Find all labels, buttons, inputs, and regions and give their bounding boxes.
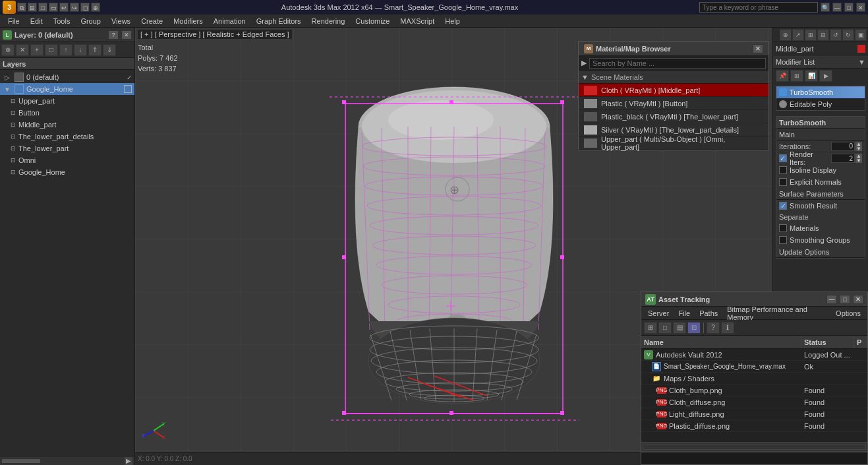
search-input[interactable] <box>699 2 818 13</box>
mat-cloth[interactable]: Cloth ( VRayMtl ) [Middle_part] <box>579 84 768 97</box>
main-subsection[interactable]: Main <box>776 129 865 140</box>
scroll-thumb[interactable] <box>1 458 41 464</box>
mod-graph-icon[interactable]: 📊 <box>805 70 818 82</box>
mod-pin-icon[interactable]: 📌 <box>776 70 789 82</box>
close-btn[interactable]: ✕ <box>856 3 865 12</box>
layer-button[interactable]: ⊡ Button <box>0 107 134 119</box>
menu-modifiers[interactable]: Modifiers <box>168 16 208 26</box>
layer-visibility[interactable] <box>14 73 24 82</box>
at-row-file[interactable]: 📄 Smart_Speaker_Google_Home_vray.max Ok <box>641 361 867 373</box>
menu-maxscript[interactable]: MAXScript <box>395 16 440 26</box>
menu-edit[interactable]: Edit <box>25 16 48 26</box>
menu-tools[interactable]: Tools <box>48 16 76 26</box>
at-tool-4[interactable]: ⊡ <box>687 322 701 334</box>
tb-btn4[interactable]: ▭ <box>49 3 58 12</box>
at-menu-server[interactable]: Server <box>644 309 673 318</box>
at-row-maps[interactable]: 📁 Maps / Shaders <box>641 373 867 385</box>
at-close-btn[interactable]: ✕ <box>853 295 863 304</box>
at-tool-3[interactable]: ▤ <box>673 322 686 334</box>
layer-lower-part[interactable]: ⊡ The_lower_part <box>0 142 134 154</box>
at-scrollbar-horizontal[interactable] <box>641 442 867 451</box>
layer-upper-part[interactable]: ⊡ Upper_part <box>0 95 134 107</box>
at-row-cloth-bump[interactable]: PNG Cloth_bump.png Found <box>641 385 867 396</box>
at-tool-1[interactable]: ⊞ <box>644 322 657 334</box>
tb-btn8[interactable]: ⊕ <box>91 3 100 12</box>
mod-stack-icon[interactable]: ⊞ <box>790 70 803 82</box>
layer-middle-part[interactable]: ⊡ Middle_part <box>0 119 134 131</box>
at-tool-2[interactable]: □ <box>658 322 672 334</box>
at-max-btn[interactable]: □ <box>840 295 850 304</box>
layer-close-btn[interactable]: ✕ <box>121 30 132 40</box>
layers-scrollbar[interactable]: ▶ <box>0 456 134 465</box>
menu-rendering[interactable]: Rendering <box>306 16 351 26</box>
model-color-swatch[interactable] <box>857 45 865 53</box>
scroll-right[interactable]: ▶ <box>124 456 133 466</box>
render-iters-input[interactable] <box>831 154 855 163</box>
layer-tool-5[interactable]: ↑ <box>59 44 72 56</box>
smoothing-cb[interactable] <box>779 236 787 244</box>
at-menu-options[interactable]: Options <box>832 309 865 318</box>
layer-google-home-obj[interactable]: ⊡ Google_Home <box>0 166 134 178</box>
layer-tool-4[interactable]: □ <box>45 44 58 56</box>
render-iters-spin-btns[interactable]: ▲ ▼ <box>855 154 862 163</box>
smooth-cb[interactable]: ✓ <box>779 202 787 210</box>
materials-cb[interactable] <box>779 224 787 232</box>
tb-btn3[interactable]: □ <box>38 3 47 12</box>
tr-icon-4[interactable]: ⊟ <box>817 29 829 41</box>
update-subsection[interactable]: Update Options <box>776 246 865 258</box>
explicit-cb[interactable] <box>779 178 787 186</box>
tr-icon-6[interactable]: ↻ <box>842 29 854 41</box>
at-row-cloth-diffuse[interactable]: PNG Cloth_diffuse.png Found <box>641 396 867 408</box>
layer-lower-part-details[interactable]: ⊡ The_lower_part_details <box>0 131 134 142</box>
google-home-visibility[interactable] <box>14 84 24 94</box>
tr-icon-3[interactable]: ⊞ <box>805 29 817 41</box>
layer-tool-1[interactable]: ⊕ <box>1 44 14 56</box>
menu-file[interactable]: File <box>3 16 25 26</box>
at-row-light-diffuse[interactable]: PNG Light_diffuse.png Found <box>641 408 867 420</box>
menu-animation[interactable]: Animation <box>208 16 251 26</box>
tb-btn2[interactable]: ⊟ <box>28 3 37 12</box>
at-row-vault[interactable]: V Autodesk Vault 2012 Logged Out ... <box>641 349 867 361</box>
tb-btn5[interactable]: ↩ <box>59 3 69 12</box>
menu-customize[interactable]: Customize <box>350 16 395 26</box>
menu-graph-editors[interactable]: Graph Editors <box>251 16 306 26</box>
layer-item-google-home[interactable]: ▼ Google_Home <box>0 83 134 95</box>
at-menu-file[interactable]: File <box>674 309 694 318</box>
scene-materials-header[interactable]: ▼ Scene Materials <box>579 71 768 84</box>
at-menu-bitmap[interactable]: Bitmap Performance and Memory <box>723 305 830 322</box>
at-menu-paths[interactable]: Paths <box>695 309 722 318</box>
mat-plastic[interactable]: Plastic ( VRayMtl ) [Button] <box>579 97 768 110</box>
tr-icon-2[interactable]: ↗ <box>792 29 804 41</box>
surface-subsection[interactable]: Surface Parameters <box>776 188 865 200</box>
layer-tool-3[interactable]: + <box>30 44 43 56</box>
min-btn[interactable]: — <box>832 3 842 12</box>
modifier-turbosmooth[interactable]: TurboSmooth <box>776 86 865 98</box>
at-row-plastic-diffuse[interactable]: PNG Plastic_diffuse.png Found <box>641 420 867 432</box>
modifier-list-arrow[interactable]: ▼ <box>858 58 865 66</box>
at-min-btn[interactable]: — <box>826 295 837 304</box>
mat-browser-close[interactable]: ✕ <box>753 44 763 53</box>
iterations-input[interactable] <box>831 142 855 151</box>
menu-help[interactable]: Help <box>440 16 465 26</box>
mat-plastic-black[interactable]: Plastic_black ( VRayMtl ) [The_lower_par… <box>579 110 768 123</box>
tb-btn7[interactable]: ◻ <box>80 3 90 12</box>
mat-search-input[interactable] <box>589 58 766 69</box>
layer-help-btn[interactable]: ? <box>108 30 119 40</box>
at-tool-info[interactable]: ℹ <box>721 322 734 334</box>
isoline-cb[interactable] <box>779 166 787 174</box>
at-path-input[interactable] <box>641 452 867 464</box>
at-tool-help[interactable]: ? <box>707 322 720 334</box>
layer-tool-7[interactable]: ⇑ <box>88 44 101 56</box>
mat-upper-part[interactable]: Upper_part ( Multi/Sub-Object ) [Omni, U… <box>579 137 768 150</box>
tr-icon-7[interactable]: ▣ <box>855 29 867 41</box>
search-btn[interactable]: 🔍 <box>821 3 830 12</box>
tb-btn6[interactable]: ↪ <box>70 3 79 12</box>
iterations-down[interactable]: ▼ <box>855 146 862 151</box>
mod-anim-icon[interactable]: ▶ <box>819 70 832 82</box>
menu-create[interactable]: Create <box>136 16 168 26</box>
render-iters-cb[interactable]: ✓ <box>779 154 787 162</box>
max-btn[interactable]: □ <box>844 3 854 12</box>
render-iters-down[interactable]: ▼ <box>855 158 862 163</box>
render-iters-spinner[interactable]: ▲ ▼ <box>831 154 862 163</box>
modifier-editable-poly[interactable]: Editable Poly <box>776 98 865 110</box>
